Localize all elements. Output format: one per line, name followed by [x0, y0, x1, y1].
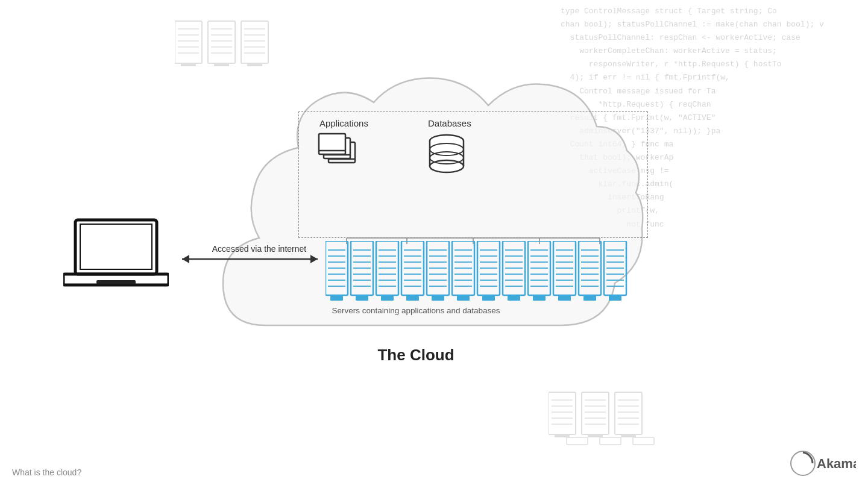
decorative-servers-bottom	[549, 389, 669, 452]
svg-rect-82	[633, 437, 654, 445]
applications-label: Applications	[319, 118, 368, 128]
svg-rect-73	[615, 392, 642, 434]
applications-icon	[318, 131, 360, 176]
akamai-logo: Akamai	[790, 450, 856, 480]
cloud-title: The Cloud	[187, 346, 645, 364]
svg-marker-57	[182, 255, 189, 263]
svg-rect-55	[96, 280, 136, 284]
servers-label: Servers containing applications and data…	[187, 306, 645, 315]
svg-point-83	[791, 451, 815, 475]
bottom-left-label: What is the cloud?	[12, 468, 81, 477]
svg-rect-66	[582, 392, 609, 434]
laptop	[63, 217, 169, 301]
svg-marker-58	[310, 255, 318, 263]
databases-label: Databases	[428, 118, 471, 128]
svg-rect-53	[80, 224, 152, 269]
svg-rect-81	[600, 437, 621, 445]
accessed-via-label: Accessed via the internet	[175, 244, 344, 256]
servers-row	[326, 241, 645, 307]
svg-rect-59	[549, 392, 576, 434]
svg-rect-80	[567, 437, 588, 445]
svg-text:Akamai: Akamai	[817, 456, 856, 471]
databases-icon	[426, 131, 468, 182]
